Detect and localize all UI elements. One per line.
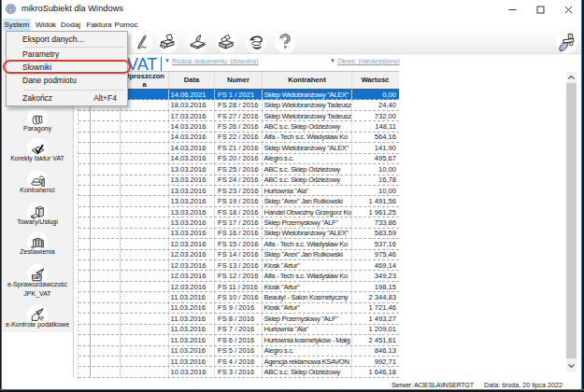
minimize-button[interactable] xyxy=(498,0,526,19)
table-row[interactable]: 11.03.2016FS 5 / 2016Alegro s.c.846,13 xyxy=(78,346,399,357)
table-row[interactable]: 17.03.2016FS 27 / 2016Sklep Wielobranżow… xyxy=(78,111,399,121)
cell-uproszczona xyxy=(121,186,169,195)
table-row[interactable]: 11.03.2016FS 4 / 2016Agencja reklamowa K… xyxy=(78,357,399,367)
table-row[interactable]: 14.03.2016FS 21 / 2016Sklep Wielobranżow… xyxy=(78,143,399,153)
help-question-icon xyxy=(276,33,294,51)
table-row[interactable]: 13.03.2016FS 23 / 2016Hurtownia "Ala"10,… xyxy=(78,186,399,196)
toolbar-button-quill[interactable] xyxy=(131,32,152,53)
toolbar-button-revert[interactable] xyxy=(245,32,266,53)
sidebar-item-econtrol-document[interactable]: e-Kontrole podatkowe xyxy=(2,304,73,329)
menubar-item-faktura[interactable]: Faktura xyxy=(84,19,114,31)
sidebar-item-label: Towary/Usługi xyxy=(17,217,58,227)
cell-numer: FS 4 / 2016 xyxy=(215,357,263,366)
table-row[interactable]: 12.03.2016FS 11 / 2016Kiosk "Artur"198,1… xyxy=(78,282,399,292)
table-row[interactable]: 10.03.2016FS 3 / 2016ABC s.c. Sklep Odzi… xyxy=(78,367,399,377)
table-row[interactable]: 14.03.2016FS 22 / 2016Alfa - Tech s.c. W… xyxy=(78,133,399,143)
table-row[interactable]: 11.03.2016FS 6 / 2016Hurtownia kosmetykó… xyxy=(78,335,399,345)
cell-status xyxy=(91,325,121,334)
table-row[interactable]: 14.03.2016FS 26 / 2016ABC s.c. Sklep Odz… xyxy=(78,121,399,132)
sidebar-item-label: e-Sprawozdawczość JPK_VAT xyxy=(7,280,67,299)
menu-item-parametry[interactable]: Parametry xyxy=(7,48,126,61)
scroll-down-button[interactable] xyxy=(566,358,577,372)
menubar-item-widok[interactable]: Widok xyxy=(33,19,59,31)
table-row[interactable]: 12.03.2016FS 15 / 2016Alfa - Tech s.c. W… xyxy=(78,239,399,249)
menu-item-eksport-danych-[interactable]: Eksport danych... xyxy=(7,33,126,46)
table-row[interactable]: 12.03.2016FS 14 / 2016Sklep "Arex" Jan R… xyxy=(78,250,399,260)
cell-data: 11.03.2016 xyxy=(169,335,215,344)
table-header-Kontrahent[interactable]: Kontrahent xyxy=(263,72,352,89)
toolbar-button-print[interactable] xyxy=(157,32,178,53)
menubar-item-system[interactable]: System xyxy=(3,19,31,31)
cell-status xyxy=(91,260,121,270)
close-button[interactable] xyxy=(554,0,582,19)
toolbar-button-help[interactable] xyxy=(275,32,296,53)
sidebar-item-label: Kontrahenci xyxy=(20,186,54,195)
cell-kontrahent: Sklep Wielobranżowy "ALEX" xyxy=(263,143,352,152)
table-row[interactable]: 13.03.2016FS 18 / 2016Handel Obwoźny Grz… xyxy=(78,207,399,217)
table-row[interactable]: 13.03.2016FS 16 / 2016Sklep Wielobranżow… xyxy=(78,229,399,239)
cell-uproszczona xyxy=(121,154,169,163)
cell-numer: FS 8 / 2016 xyxy=(215,314,263,323)
menu-item-zakończ[interactable]: ZakończAlt+F4 xyxy=(7,91,126,105)
cell-data: 11.03.2016 xyxy=(169,314,215,323)
cell-marker xyxy=(78,175,91,185)
toolbar-button-send[interactable] xyxy=(186,32,207,53)
vertical-scrollbar[interactable] xyxy=(566,72,577,372)
scroll-up-button[interactable] xyxy=(566,72,577,83)
table-row[interactable]: 13.03.2016FS 24 / 2016ABC s.c. Sklep Odz… xyxy=(78,175,399,186)
sidebar-item-goods-box[interactable]: Towary/Usługi xyxy=(2,202,73,227)
sidebar-item-label: Korekty faktur VAT xyxy=(10,154,64,163)
cell-uproszczona xyxy=(121,367,169,376)
cell-wartosc: 10,00 xyxy=(352,164,398,174)
cell-numer: FS 1 / 2021 xyxy=(215,90,263,99)
cell-uproszczona xyxy=(121,175,169,185)
menubar-item-dodaj[interactable]: Dodaj xyxy=(58,19,83,31)
table-header-Wartość[interactable]: Wartość xyxy=(352,72,398,89)
table-row[interactable]: 11.03.2016FS 7 / 2016Hurtownia "Ala"1 20… xyxy=(78,325,399,335)
cell-wartosc: 1 493,27 xyxy=(352,314,398,323)
cell-marker xyxy=(78,367,91,376)
cell-marker xyxy=(78,303,91,313)
table-header-Data[interactable]: Data xyxy=(169,72,215,89)
cell-wartosc: 1 721,46 xyxy=(352,303,398,313)
table-row[interactable]: 14.03.2016FS 20 / 2016Alegro s.c.495,67 xyxy=(78,154,399,164)
table-row[interactable]: 11.03.2016FS 8 / 2016Sklep Przemysłowy "… xyxy=(78,314,399,324)
table-row[interactable]: 12.03.2016FS 12 / 2016Alfa - Tech s.c. W… xyxy=(78,271,399,281)
cell-uproszczona xyxy=(121,292,169,301)
sidebar-item-receipts[interactable]: Paragony xyxy=(2,108,73,133)
sidebar-item-evat-document[interactable]: VATe-Sprawozdawczość JPK_VAT xyxy=(2,264,73,299)
table-row[interactable]: 11.03.2016FS 10 / 2016Beauty! - Salon Ko… xyxy=(78,292,399,302)
table-row[interactable]: 13.03.2016FS 17 / 2016Sklep Przemysłowy … xyxy=(78,217,399,228)
menubar-item-pomoc[interactable]: Pomoc xyxy=(112,19,140,31)
table-row[interactable]: 12.03.2016FS 13 / 2016Kiosk "Artur"469,1… xyxy=(78,260,399,271)
cell-data: 17.03.2016 xyxy=(169,111,215,120)
table-header-Numer[interactable]: Numer xyxy=(215,72,263,89)
cell-kontrahent: Beauty! - Salon Kosmetyczny xyxy=(263,292,352,301)
doc-type-filter[interactable]: ▼Rodzaj dokumentu: (dowolny) xyxy=(164,58,259,64)
toolbar-button-print-open[interactable] xyxy=(216,32,237,53)
maximize-button[interactable] xyxy=(526,0,554,19)
cell-status xyxy=(91,133,121,142)
cell-uproszczona xyxy=(121,121,169,131)
period-filter[interactable]: ▼Okres: (nieokreślony) xyxy=(330,58,399,64)
table-row[interactable]: 11.03.2016FS 9 / 2016Kiosk "Artur"1 721,… xyxy=(78,303,399,314)
cell-wartosc: 198,15 xyxy=(352,282,398,291)
table-row[interactable]: 13.03.2016FS 25 / 2016ABC s.c. Sklep Odz… xyxy=(78,164,399,175)
scrollbar-thumb[interactable] xyxy=(566,83,577,358)
cell-uproszczona xyxy=(121,250,169,259)
cell-data: 11.03.2016 xyxy=(169,303,215,313)
cell-numer: FS 25 / 2016 xyxy=(215,164,263,174)
table-row[interactable]: 13.03.2016FS 19 / 2016Sklep "Arex" Jan R… xyxy=(78,196,399,206)
cell-data: 12.03.2016 xyxy=(169,260,215,270)
cell-data: 14.03.2016 xyxy=(169,121,215,131)
toolbar-button-brush[interactable] xyxy=(556,32,577,53)
cell-numer: FS 6 / 2016 xyxy=(215,335,263,344)
sidebar-item-check-document[interactable]: Korekty faktur VAT xyxy=(2,138,73,163)
sidebar-item-contractor-card[interactable]: Kontrahenci xyxy=(2,170,73,195)
cell-kontrahent: Sklep Przemysłowy "ALF" xyxy=(263,217,352,227)
sidebar-item-ledger-books[interactable]: Zestawienia xyxy=(2,231,73,257)
cell-marker xyxy=(78,260,91,270)
cell-numer: FS 10 / 2016 xyxy=(215,292,263,301)
cell-marker xyxy=(78,314,91,323)
menu-item-dane-podmiotu[interactable]: Dane podmiotu xyxy=(7,74,126,87)
